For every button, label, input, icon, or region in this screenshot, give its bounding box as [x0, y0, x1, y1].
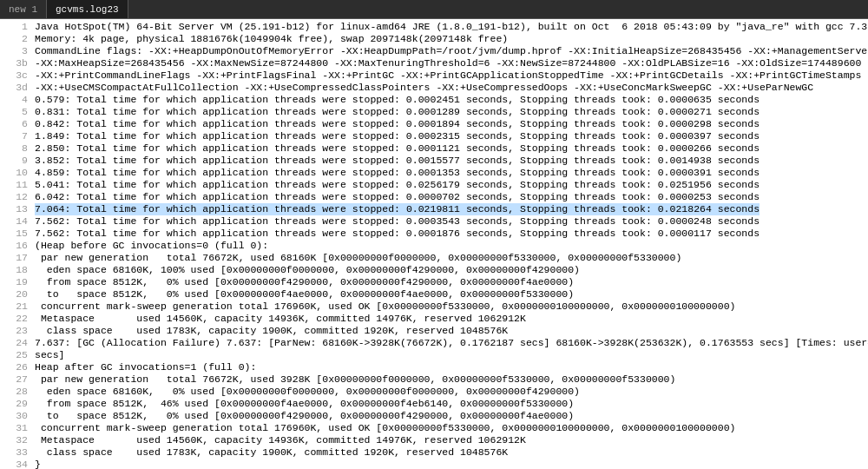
line-text: concurrent mark-sweep generation total 1…	[35, 422, 735, 434]
line-number: 13	[3, 203, 28, 215]
log-line: 18 eden space 68160K, 100% used [0x00000…	[3, 264, 865, 276]
line-text: 3.852: Total time for which application …	[35, 155, 760, 167]
line-number: 5	[3, 106, 28, 118]
log-line: 3b-XX:MaxHeapSize=268435456 -XX:MaxNewSi…	[3, 57, 865, 69]
log-line: 126.042: Total time for which applicatio…	[3, 191, 865, 203]
line-text: 7.637: [GC (Allocation Failure) 7.637: […	[35, 337, 868, 349]
line-text: class space used 1783K, capacity 1900K, …	[35, 325, 508, 337]
log-line: 31 concurrent mark-sweep generation tota…	[3, 422, 865, 434]
line-text: 0.831: Total time for which application …	[35, 106, 760, 118]
line-number: 32	[3, 434, 28, 446]
log-line: 33 class space used 1783K, capacity 1900…	[3, 446, 865, 459]
log-line: 247.637: [GC (Allocation Failure) 7.637:…	[3, 337, 865, 349]
log-line: 2Memory: 4k page, physical 1881676k(1049…	[3, 33, 865, 45]
line-text: -XX:+PrintCommandLineFlags -XX:+PrintFla…	[35, 69, 868, 82]
log-line: 93.852: Total time for which application…	[3, 155, 865, 167]
line-text: 1.849: Total time for which application …	[35, 130, 760, 142]
log-line: 30 to space 8512K, 0% used [0x00000000f4…	[3, 410, 865, 422]
line-number: 21	[3, 301, 28, 313]
line-text: 7.562: Total time for which application …	[35, 215, 760, 228]
line-text: Memory: 4k page, physical 1881676k(10499…	[35, 33, 508, 45]
line-text: CommandLine flags: -XX:+HeapDumpOnOutOfM…	[35, 45, 868, 57]
line-number: 16	[3, 240, 28, 252]
title-bar: new 1 gcvms.log23	[0, 0, 868, 19]
line-text: -XX:+UseCMSCompactAtFullCollection -XX:+…	[35, 82, 813, 94]
log-line: 27 par new generation total 76672K, used…	[3, 373, 865, 386]
line-number: 10	[3, 167, 28, 179]
tab-new1-label: new 1	[9, 4, 37, 15]
line-number: 26	[3, 361, 28, 373]
line-number: 25	[3, 349, 28, 361]
log-line: 26Heap after GC invocations=1 (full 0):	[3, 361, 865, 373]
line-text: eden space 68160K, 0% used [0x00000000f0…	[35, 386, 580, 398]
line-number: 3d	[3, 82, 28, 94]
log-line: 3d-XX:+UseCMSCompactAtFullCollection -XX…	[3, 82, 865, 94]
line-text: secs]	[35, 349, 65, 361]
line-text: Metaspace used 14560K, capacity 14936K, …	[35, 313, 526, 325]
line-number: 24	[3, 337, 28, 349]
line-text: }	[35, 459, 41, 469]
line-text: 4.859: Total time for which application …	[35, 167, 760, 179]
line-text: 7.064: Total time for which application …	[35, 203, 760, 215]
line-text: from space 8512K, 46% used [0x00000000f4…	[35, 398, 574, 410]
line-number: 29	[3, 398, 28, 410]
line-number: 18	[3, 264, 28, 276]
log-line: 28 eden space 68160K, 0% used [0x0000000…	[3, 386, 865, 398]
log-content[interactable]: 1Java HotSpot(TM) 64-Bit Server VM (25.1…	[0, 19, 868, 469]
line-number: 12	[3, 191, 28, 203]
line-text: Java HotSpot(TM) 64-Bit Server VM (25.19…	[35, 21, 868, 33]
line-number: 28	[3, 386, 28, 398]
line-text: to space 8512K, 0% used [0x00000000f4290…	[35, 410, 574, 422]
line-text: 0.579: Total time for which application …	[35, 94, 760, 106]
line-number: 4	[3, 94, 28, 106]
log-line: 21 concurrent mark-sweep generation tota…	[3, 301, 865, 313]
line-number: 33	[3, 446, 28, 459]
log-line: 19 from space 8512K, 0% used [0x00000000…	[3, 276, 865, 288]
log-line: 3c-XX:+PrintCommandLineFlags -XX:+PrintF…	[3, 69, 865, 82]
log-line: 1Java HotSpot(TM) 64-Bit Server VM (25.1…	[3, 21, 865, 33]
log-line: 23 class space used 1783K, capacity 1900…	[3, 325, 865, 337]
tab-gcvms-label: gcvms.log23	[56, 4, 119, 15]
tab-gcvms[interactable]: gcvms.log23	[47, 0, 128, 18]
log-line: 17 par new generation total 76672K, used…	[3, 252, 865, 264]
log-line: 25secs]	[3, 349, 865, 361]
log-line: 104.859: Total time for which applicatio…	[3, 167, 865, 179]
line-text: eden space 68160K, 100% used [0x00000000…	[35, 264, 580, 276]
line-text: from space 8512K, 0% used [0x00000000f42…	[35, 276, 574, 288]
log-line: 137.064: Total time for which applicatio…	[3, 203, 865, 215]
line-text: Metaspace used 14560K, capacity 14936K, …	[35, 434, 526, 446]
log-line: 3CommandLine flags: -XX:+HeapDumpOnOutOf…	[3, 45, 865, 57]
line-number: 27	[3, 373, 28, 386]
line-number: 15	[3, 228, 28, 240]
line-text: class space used 1783K, capacity 1900K, …	[35, 446, 508, 459]
line-number: 3c	[3, 69, 28, 82]
line-text: 5.041: Total time for which application …	[35, 179, 760, 191]
line-number: 17	[3, 252, 28, 264]
line-text: 2.850: Total time for which application …	[35, 142, 760, 155]
line-text: 0.842: Total time for which application …	[35, 118, 760, 130]
log-line: 20 to space 8512K, 0% used [0x00000000f4…	[3, 288, 865, 301]
line-number: 22	[3, 313, 28, 325]
line-text: par new generation total 76672K, used 39…	[35, 373, 675, 386]
log-line: 82.850: Total time for which application…	[3, 142, 865, 155]
log-line: 157.562: Total time for which applicatio…	[3, 228, 865, 240]
log-line: 34}	[3, 459, 865, 469]
line-number: 14	[3, 215, 28, 228]
log-line: 71.849: Total time for which application…	[3, 130, 865, 142]
line-number: 34	[3, 459, 28, 469]
log-line: 115.041: Total time for which applicatio…	[3, 179, 865, 191]
line-number: 11	[3, 179, 28, 191]
line-number: 20	[3, 288, 28, 301]
line-text: 7.562: Total time for which application …	[35, 228, 760, 240]
line-number: 30	[3, 410, 28, 422]
line-text: to space 8512K, 0% used [0x00000000f4ae0…	[35, 288, 574, 301]
log-line: 147.562: Total time for which applicatio…	[3, 215, 865, 228]
log-line: 32 Metaspace used 14560K, capacity 14936…	[3, 434, 865, 446]
line-number: 6	[3, 118, 28, 130]
line-number: 9	[3, 155, 28, 167]
log-line: 22 Metaspace used 14560K, capacity 14936…	[3, 313, 865, 325]
line-number: 8	[3, 142, 28, 155]
tab-new1[interactable]: new 1	[0, 0, 47, 18]
line-text: 6.042: Total time for which application …	[35, 191, 760, 203]
line-number: 31	[3, 422, 28, 434]
